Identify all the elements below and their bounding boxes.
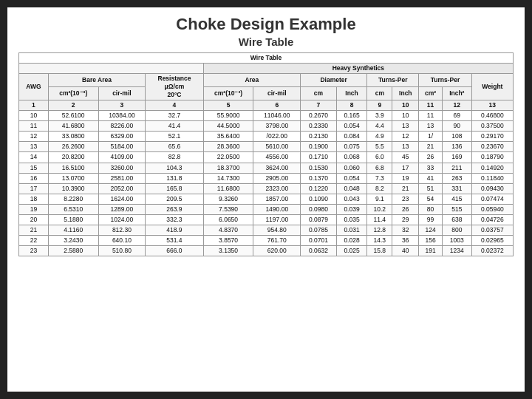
table-cell: 6.5310	[48, 204, 98, 214]
table-cell: 12	[392, 132, 419, 142]
table-cell: 7.3	[367, 173, 392, 183]
table-cell: 18	[19, 194, 49, 204]
table-cell: 3260.00	[98, 163, 146, 173]
table-cell: 1490.00	[253, 204, 301, 214]
table-cell: 3.1350	[203, 245, 253, 256]
table-cell: 65.6	[146, 142, 203, 152]
table-cell: 9.1	[367, 194, 392, 204]
table-cell: 26	[392, 204, 419, 214]
diameter-header: Diameter	[301, 74, 367, 87]
table-cell: 0.1370	[301, 173, 337, 183]
table-cell: 51	[419, 183, 443, 194]
table-cell: 5.1880	[48, 214, 98, 225]
table-cell: 640.10	[98, 235, 146, 245]
table-cell: 3798.00	[253, 121, 301, 132]
table-cell: 1234	[442, 245, 471, 256]
table-cell: 55.9000	[203, 111, 253, 121]
table-cell: 0.11840	[471, 173, 513, 183]
area-cm2: cm²(10⁻³)	[203, 87, 253, 100]
diam-cm: cm	[301, 87, 337, 100]
table-cell: 13	[19, 142, 49, 152]
bare-area-header: Bare Area	[48, 74, 145, 87]
table-cell: 1624.00	[98, 194, 146, 204]
table-cell: 761.70	[253, 235, 301, 245]
table-cell: 33	[419, 163, 443, 173]
table-cell: 104.3	[146, 163, 203, 173]
table-cell: 0.043	[336, 194, 366, 204]
table-cell: 28.3600	[203, 142, 253, 152]
table-cell: 52.6100	[48, 111, 98, 121]
table-cell: 8226.00	[98, 121, 146, 132]
table-cell: 211	[442, 163, 471, 173]
table-row: 188.22801624.00209.59.32601857.000.10900…	[19, 194, 514, 204]
table-cell: 1857.00	[253, 194, 301, 204]
table-cell: 0.0980	[301, 204, 337, 214]
awg-header: AWG	[19, 74, 49, 100]
table-cell: 4556.00	[253, 152, 301, 163]
table-cell: 2581.00	[98, 173, 146, 183]
table-row: 214.1160812.30418.94.8370954.800.07850.0…	[19, 225, 514, 235]
table-cell: 0.04726	[471, 214, 513, 225]
table-cell: 7.5390	[203, 204, 253, 214]
table-cell: /022.00	[253, 132, 301, 142]
table-cell: 23	[392, 194, 419, 204]
table-title-row: Wire Table	[19, 53, 514, 64]
table-cell: 16	[19, 173, 49, 183]
table-cell: 5184.00	[98, 142, 146, 152]
table-cell: 0.2670	[301, 111, 337, 121]
table-cell: 0.0701	[301, 235, 337, 245]
table-row: 1516.51003260.00104.318.37003624.000.153…	[19, 163, 514, 173]
table-cell: 6.8	[367, 163, 392, 173]
table-cell: 15	[19, 163, 49, 173]
table-cell: 136	[442, 142, 471, 152]
bare-area-cm2: cm²(10⁻³)	[48, 87, 98, 100]
page-title: Choke Design Example	[176, 15, 355, 34]
table-cell: 4109.00	[98, 152, 146, 163]
table-cell: 0.1090	[301, 194, 337, 204]
group-header-row: AWG Bare Area ResistanceμΩ/cm20°C Area D…	[19, 74, 514, 87]
table-cell: 0.054	[336, 121, 366, 132]
table-cell: 10	[19, 111, 49, 121]
table-cell: 0.1710	[301, 152, 337, 163]
wire-table: Wire Table Heavy Synthetics AWG Bare Are…	[18, 52, 514, 256]
area-header: Area	[203, 74, 300, 87]
table-cell: 21	[19, 225, 49, 235]
empty-header	[19, 64, 204, 74]
table-cell: 11	[19, 121, 49, 132]
table-cell: 2.5880	[48, 245, 98, 256]
table-cell: 14.7300	[203, 173, 253, 183]
table-row: 1613.07002581.00131.814.73002905.000.137…	[19, 173, 514, 183]
table-cell: 12.8	[367, 225, 392, 235]
table-cell: 6.0650	[203, 214, 253, 225]
table-cell: 18.3700	[203, 163, 253, 173]
table-cell: 10.3900	[48, 183, 98, 194]
table-cell: 20	[19, 214, 49, 225]
table-cell: 11046.00	[253, 111, 301, 121]
table-cell: 23	[19, 245, 49, 256]
table-cell: 82.8	[146, 152, 203, 163]
table-row: 205.18801024.00332.36.06501197.000.08790…	[19, 214, 514, 225]
table-main-title: Wire Table	[19, 53, 514, 64]
table-cell: 1289.00	[98, 204, 146, 214]
table-cell: 156	[419, 235, 443, 245]
table-cell: 26	[419, 152, 443, 163]
table-cell: 10	[392, 111, 419, 121]
table-cell: 41.4	[146, 121, 203, 132]
table-cell: 36	[392, 235, 419, 245]
table-cell: 812.30	[98, 225, 146, 235]
table-cell: 0.0785	[301, 225, 337, 235]
table-cell: 21	[392, 183, 419, 194]
table-cell: 1197.00	[253, 214, 301, 225]
table-cell: 21	[419, 142, 443, 152]
table-cell: 666.0	[146, 245, 203, 256]
table-cell: 263.9	[146, 204, 203, 214]
table-cell: 13	[392, 142, 419, 152]
turns-per-in-header: Turns-Per	[419, 74, 471, 87]
table-cell: 6.0	[367, 152, 392, 163]
table-cell: 0.2130	[301, 132, 337, 142]
table-cell: 800	[442, 225, 471, 235]
table-cell: 0.0632	[301, 245, 337, 256]
table-cell: 14.3	[367, 235, 392, 245]
table-cell: 3.8570	[203, 235, 253, 245]
table-cell: 11	[419, 111, 443, 121]
